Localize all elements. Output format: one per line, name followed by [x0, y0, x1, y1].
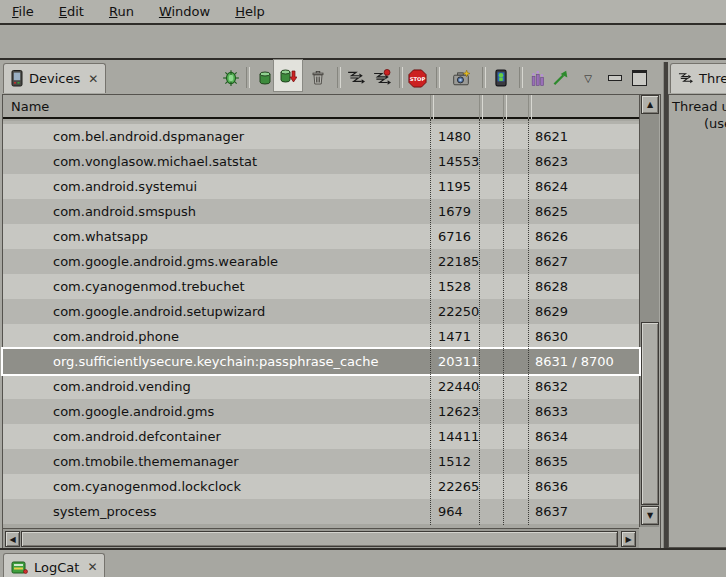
device-view-button[interactable] — [490, 67, 512, 89]
client-port: 8637 — [535, 499, 568, 524]
table-row[interactable]: com.whatsapp 6716 8626 — [3, 224, 639, 249]
maximize-view-button[interactable] — [628, 67, 650, 89]
table-row[interactable]: com.tmobile.thememanager 1512 8635 — [3, 449, 639, 474]
scroll-down-icon: ▼ — [647, 511, 653, 520]
screen-capture-button[interactable] — [450, 67, 472, 89]
table-row[interactable]: com.google.android.setupwizard 22250 862… — [3, 299, 639, 324]
table-row[interactable]: com.android.vending 22440 8632 — [3, 374, 639, 399]
horizontal-scrollbar[interactable]: ◀ ▶ — [3, 528, 639, 548]
menu-file[interactable]: File — [2, 2, 44, 21]
client-port: 8635 — [535, 449, 568, 474]
vertical-scroll-thumb[interactable] — [641, 322, 659, 505]
client-port: 8623 — [535, 149, 568, 174]
menu-edit[interactable]: Edit — [49, 2, 94, 21]
client-port: 8626 — [535, 224, 568, 249]
tab-devices-label: Devices — [29, 71, 80, 86]
svg-text:STOP: STOP — [409, 75, 425, 81]
table-header-row: Name — [3, 95, 639, 119]
client-pid: 12623 — [438, 399, 479, 424]
client-pid: 1512 — [438, 449, 471, 474]
client-name: com.google.android.gms — [53, 399, 430, 424]
tab-devices-close-icon[interactable]: ✕ — [88, 72, 98, 86]
client-name: com.tmobile.thememanager — [53, 449, 430, 474]
view-menu-button[interactable]: ▽ — [580, 67, 596, 89]
debug-bug-icon — [222, 69, 240, 87]
menu-window[interactable]: Window — [149, 2, 220, 21]
client-pid: 964 — [438, 499, 463, 524]
method-profiling-button[interactable] — [371, 67, 393, 89]
column-divider[interactable] — [430, 95, 434, 119]
client-port: 8632 — [535, 374, 568, 399]
table-row[interactable]: system_process 964 8637 — [3, 499, 639, 524]
tab-logcat-label: LogCat — [34, 560, 79, 575]
table-row[interactable]: com.android.defcontainer 14411 8634 — [3, 424, 639, 449]
table-row[interactable]: com.google.android.gms 12623 8633 — [3, 399, 639, 424]
main-toolbar-strip — [0, 27, 726, 60]
client-pid: 1480 — [438, 124, 471, 149]
client-port: 8633 — [535, 399, 568, 424]
bottom-tab-bar: LogCat ✕ — [0, 548, 726, 577]
client-pid: 1528 — [438, 274, 471, 299]
table-row[interactable]: com.android.systemui 1195 8624 — [3, 174, 639, 199]
column-divider[interactable] — [479, 95, 483, 119]
scroll-down-button[interactable]: ▼ — [641, 506, 659, 525]
dump-hprof-button[interactable] — [273, 59, 303, 92]
table-row[interactable]: com.cyanogenmod.trebuchet 1528 8628 — [3, 274, 639, 299]
column-divider[interactable] — [528, 95, 532, 119]
toolbar-separator — [436, 67, 440, 88]
debug-process-button[interactable] — [220, 67, 242, 89]
client-name: com.android.smspush — [53, 199, 430, 224]
scroll-right-button[interactable]: ▶ — [621, 531, 636, 547]
client-pid: 20311 — [438, 349, 479, 374]
vertical-scrollbar[interactable]: ▲ ▼ — [639, 95, 659, 527]
dump-hprof-icon — [279, 67, 297, 85]
tab-logcat[interactable]: LogCat ✕ — [3, 553, 105, 577]
threads-message-line2: (use toolbar button to enable) — [672, 115, 726, 132]
device-client-rows: com.bel.android.dspmanager 1480 8621 com… — [3, 124, 639, 524]
client-name: system_process — [53, 499, 430, 524]
table-row[interactable]: com.google.android.gms.wearable 22185 86… — [3, 249, 639, 274]
table-row[interactable]: com.vonglasow.michael.satstat 14553 8623 — [3, 149, 639, 174]
ui-hierarchy-button[interactable] — [526, 67, 548, 89]
devices-table: Name com.bel.android.dspmanager 1480 862… — [2, 94, 661, 550]
column-gridline — [503, 119, 504, 525]
camera-icon — [452, 69, 470, 87]
client-port: 8636 — [535, 474, 568, 499]
update-threads-button[interactable] — [345, 67, 367, 89]
client-port: 8627 — [535, 249, 568, 274]
horizontal-scroll-thumb[interactable] — [21, 531, 618, 547]
table-row[interactable]: org.sufficientlysecure.keychain:passphra… — [3, 349, 639, 374]
table-row[interactable]: com.android.smspush 1679 8625 — [3, 199, 639, 224]
stop-process-button[interactable]: STOP — [406, 67, 428, 89]
client-pid: 22185 — [438, 249, 479, 274]
menu-help[interactable]: Help — [225, 2, 275, 21]
client-name: com.cyanogenmod.trebuchet — [53, 274, 430, 299]
scroll-left-icon: ◀ — [9, 535, 15, 544]
scroll-left-button[interactable]: ◀ — [5, 531, 20, 547]
column-header-name[interactable]: Name — [11, 99, 49, 114]
cause-gc-button[interactable] — [307, 67, 329, 89]
column-divider[interactable] — [503, 95, 507, 119]
scroll-up-button[interactable]: ▲ — [641, 95, 659, 114]
device-android-icon — [492, 69, 510, 87]
green-arrow-icon — [551, 69, 569, 87]
minimize-view-button[interactable] — [604, 67, 626, 89]
scroll-right-icon: ▶ — [625, 535, 631, 544]
toolbar-separator — [337, 67, 341, 88]
client-name: com.android.defcontainer — [53, 424, 430, 449]
tab-devices[interactable]: Devices ✕ — [3, 63, 106, 93]
sysinfo-button[interactable] — [549, 67, 571, 89]
tab-threads[interactable]: Threads — [670, 63, 726, 93]
client-name: com.bel.android.dspmanager — [53, 124, 430, 149]
table-row[interactable]: com.cyanogenmod.lockclock 22265 8636 — [3, 474, 639, 499]
table-row[interactable]: com.android.phone 1471 8630 — [3, 324, 639, 349]
tab-logcat-close-icon[interactable]: ✕ — [87, 560, 97, 574]
stop-sign-icon: STOP — [408, 69, 427, 88]
menu-bar: File Edit Run Window Help — [0, 0, 726, 25]
trash-icon — [310, 70, 326, 86]
client-port: 8628 — [535, 274, 568, 299]
table-row[interactable]: com.bel.android.dspmanager 1480 8621 — [3, 124, 639, 149]
toolbar-separator — [482, 67, 486, 88]
client-pid: 14553 — [438, 149, 479, 174]
menu-run[interactable]: Run — [99, 2, 144, 21]
